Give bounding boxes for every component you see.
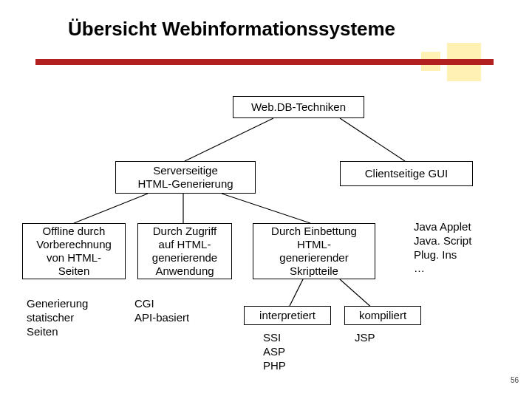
node-offline: Offline durch Vorberechnung von HTML- Se… [22, 223, 126, 279]
page-number: 56 [511, 376, 519, 384]
node-client: Clientseitige GUI [340, 161, 473, 186]
client-list: Java Applet Java. Script Plug. Ins … [414, 220, 471, 276]
svg-line-1 [340, 118, 405, 161]
page-title: Übersicht Webinformationssysteme [68, 18, 395, 41]
svg-line-2 [74, 194, 148, 223]
leaf-interpreted: interpretiert [244, 306, 331, 325]
leaf-cgi: CGI API-basiert [134, 297, 189, 325]
decor-red-bar [35, 59, 494, 65]
svg-line-6 [340, 279, 373, 309]
leaf-compiled: kompiliert [344, 306, 421, 325]
leaf-static: Generierung statischer Seiten [27, 297, 88, 338]
node-root: Web.DB-Techniken [233, 96, 364, 118]
svg-line-0 [185, 118, 273, 161]
leaf-jsp: JSP [355, 331, 375, 345]
node-zugriff: Durch Zugriff auf HTML- generierende Anw… [137, 223, 232, 279]
node-server: Serverseitige HTML-Generierung [115, 161, 256, 194]
node-einbettung: Durch Einbettung HTML- generierender Skr… [253, 223, 375, 279]
svg-line-4 [222, 194, 310, 223]
svg-line-5 [288, 279, 303, 309]
leaf-ssi: SSI ASP PHP [263, 331, 286, 372]
